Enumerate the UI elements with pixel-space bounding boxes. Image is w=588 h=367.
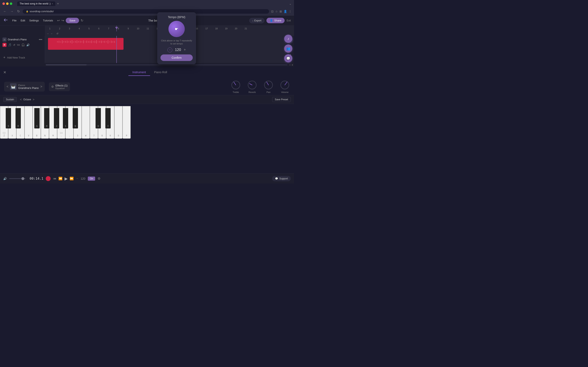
key-gs3[interactable]: H xyxy=(44,108,49,128)
tab-close-icon[interactable]: × xyxy=(52,3,53,5)
forward-button[interactable]: → xyxy=(9,9,14,14)
track-speaker-button[interactable]: 🔊 xyxy=(26,43,30,47)
bpm-display: 120 xyxy=(81,177,85,180)
tab-instrument[interactable]: Instrument xyxy=(129,69,150,76)
save-button[interactable]: Save xyxy=(66,18,79,23)
maximize-button[interactable] xyxy=(10,2,12,5)
star-icon[interactable]: ☆ xyxy=(275,10,278,13)
music-float-button[interactable]: ♪ xyxy=(284,35,292,43)
skip-back-button[interactable]: ⏮ xyxy=(53,177,56,180)
octave-extra-group: 7 8 0 U I O xyxy=(90,106,131,141)
volume-thumb[interactable] xyxy=(21,177,24,180)
close-instrument-button[interactable]: ✕ xyxy=(3,70,6,75)
chat-float-button[interactable]: 💬 xyxy=(284,54,292,62)
octave-prev-button[interactable]: < xyxy=(20,98,22,101)
track-sidebar: ⊞ Grandma's Piano ••• R 🎵 ↺ Vol 🎧 🔊 xyxy=(0,36,45,63)
key-cs3[interactable]: S xyxy=(6,108,11,128)
cast-icon[interactable]: ⊡ xyxy=(271,10,274,13)
refresh-button[interactable]: ↻ xyxy=(16,8,21,14)
tab-piano-roll[interactable]: Piano Roll xyxy=(150,69,171,76)
confirm-button[interactable]: Confirm xyxy=(160,54,193,61)
timeline-num-20: 20 xyxy=(231,27,241,30)
key-extra-4[interactable]: O xyxy=(114,106,122,139)
prev-instrument-button[interactable]: < xyxy=(7,85,8,89)
users-float-button[interactable]: 👥 xyxy=(284,44,292,53)
url-bar[interactable]: 🔒 soundtrap.com/studio/ xyxy=(23,9,269,14)
add-track-button[interactable]: + Add New Track xyxy=(0,52,45,63)
undo-button[interactable]: ↩ xyxy=(57,18,60,22)
close-button[interactable] xyxy=(2,2,5,5)
scroll-track[interactable] xyxy=(46,64,287,66)
profile-icon[interactable]: 👤 xyxy=(284,10,287,13)
support-button[interactable]: 💬 Support xyxy=(272,176,291,181)
share-button[interactable]: 👤 Share xyxy=(267,18,285,23)
key-ds4[interactable]: Q xyxy=(73,108,78,128)
extensions-icon[interactable]: ⊞ xyxy=(279,10,282,13)
keyboard-controls: Sustain < Octave > Save Preset xyxy=(0,95,294,104)
reverb-knob-container: Reverb xyxy=(247,80,257,93)
svg-rect-11 xyxy=(75,41,76,43)
chat-icon: 💬 xyxy=(286,57,290,60)
track-record-icon[interactable]: R xyxy=(2,43,7,47)
metronome-settings-button[interactable]: ⚙ xyxy=(98,176,100,180)
new-tab-button[interactable]: + xyxy=(57,2,59,6)
record-button[interactable] xyxy=(46,176,51,181)
more-icon[interactable]: ⋮ xyxy=(289,10,292,13)
back-app-button[interactable] xyxy=(3,17,8,24)
fast-forward-button[interactable]: ⏩ xyxy=(70,176,74,180)
key-fs3[interactable]: G xyxy=(34,108,40,128)
users-icon: 👥 xyxy=(286,47,290,50)
menu-edit[interactable]: Edit xyxy=(21,19,25,22)
next-instrument-button[interactable]: > xyxy=(40,85,42,89)
octave-c3-group: C3 Z S X D xyxy=(0,106,57,141)
zoom-in-button[interactable]: + xyxy=(292,63,293,67)
menu-file[interactable]: File xyxy=(12,19,17,22)
track-headphone-button[interactable]: 🎧 xyxy=(21,43,25,47)
scroll-thumb[interactable] xyxy=(46,64,86,66)
octave-next-button[interactable]: > xyxy=(33,98,34,101)
export-button[interactable]: ↓ Export xyxy=(249,18,265,23)
volume-knob[interactable] xyxy=(280,80,290,90)
svg-rect-12 xyxy=(77,41,77,43)
key-as3[interactable]: J xyxy=(54,108,59,128)
menu-settings[interactable]: Settings xyxy=(29,19,39,22)
tempo-minus-button[interactable]: − xyxy=(167,48,172,52)
key-f3[interactable]: V xyxy=(25,106,33,139)
redo-button[interactable]: ↪ xyxy=(61,18,64,22)
rewind-button[interactable]: ⏪ xyxy=(58,176,62,180)
reverb-knob[interactable] xyxy=(247,80,257,90)
zoom-out-button[interactable]: − xyxy=(289,63,291,67)
key-extra-b1[interactable]: U xyxy=(95,108,101,128)
timeline-num-11: 11 xyxy=(143,27,153,30)
tempo-knob[interactable]: ☛ xyxy=(168,21,185,37)
back-button[interactable]: ← xyxy=(2,9,7,14)
track-midi-button[interactable]: 🎵 xyxy=(8,43,11,47)
svg-rect-6 xyxy=(67,41,67,43)
minimize-button[interactable] xyxy=(6,2,9,5)
svg-rect-3 xyxy=(62,40,62,43)
pan-knob[interactable] xyxy=(263,80,274,90)
piano-keyboard[interactable]: C3 Z S X D xyxy=(0,104,294,184)
tempo-knob-icon: ☛ xyxy=(175,26,178,31)
key-cs4[interactable]: 1 xyxy=(63,108,68,128)
exit-button[interactable]: Exit xyxy=(287,19,291,22)
track-loop-button[interactable]: ↺ xyxy=(13,43,15,47)
loop-icon[interactable]: ↺ xyxy=(56,32,58,35)
track-more-button[interactable]: ••• xyxy=(39,38,42,42)
export-icon: ↓ xyxy=(252,19,254,22)
volume-slider[interactable] xyxy=(9,178,26,179)
track-clip[interactable] xyxy=(48,38,123,50)
key-extra-b2[interactable]: I xyxy=(105,108,111,128)
on-button[interactable]: On xyxy=(88,176,95,181)
key-extra-5[interactable]: P xyxy=(122,106,131,139)
key-ds3[interactable]: D xyxy=(16,108,21,128)
key-f4[interactable]: W xyxy=(82,106,90,139)
menu-tutorials[interactable]: Tutorials xyxy=(43,19,53,22)
active-tab[interactable]: The best song in the world :) × xyxy=(17,1,55,6)
save-preset-button[interactable]: Save Preset xyxy=(272,97,291,102)
refresh-app-button[interactable]: ↻ xyxy=(81,18,83,22)
play-button[interactable]: ▶ xyxy=(65,176,68,181)
sustain-button[interactable]: Sustain xyxy=(3,97,17,102)
tempo-plus-button[interactable]: + xyxy=(184,48,186,52)
treble-knob[interactable] xyxy=(231,80,241,90)
